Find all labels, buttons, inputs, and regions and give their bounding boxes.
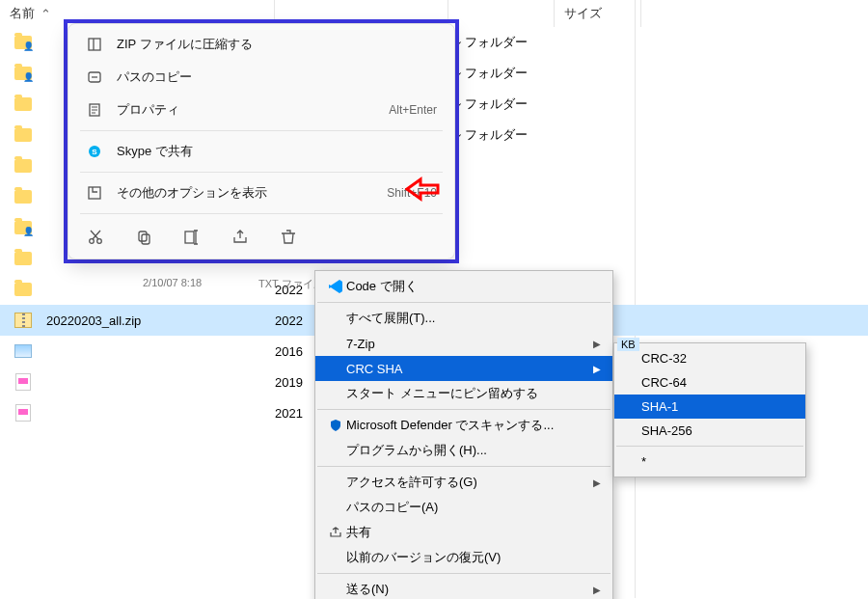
menu-label: 送る(N) bbox=[346, 581, 593, 598]
file-type: ル フォルダー bbox=[448, 95, 555, 113]
file-type: ル フォルダー bbox=[448, 34, 555, 51]
obscured-date-fragment: 2/10/07 8:18 bbox=[143, 277, 202, 288]
menu-label: 共有 bbox=[346, 524, 601, 541]
menu-label: プロパティ bbox=[117, 101, 375, 119]
menu-label: アクセスを許可する(G) bbox=[346, 474, 593, 491]
svg-rect-10 bbox=[185, 231, 194, 243]
selected-size-fragment: KB bbox=[617, 338, 639, 351]
submenu-label: SHA-1 bbox=[641, 399, 678, 414]
share-icon bbox=[325, 526, 346, 539]
file-name: 20220203_all.zip bbox=[46, 313, 275, 328]
menu-label: 7-Zip bbox=[346, 337, 593, 351]
file-icon-cell bbox=[0, 344, 46, 358]
sort-caret-icon: ⌃ bbox=[41, 7, 51, 21]
file-icon bbox=[15, 404, 31, 422]
more-options-icon bbox=[86, 184, 103, 202]
image-file-icon bbox=[14, 344, 32, 358]
folder-icon bbox=[14, 128, 32, 142]
menu-separator bbox=[616, 446, 803, 447]
zip-icon bbox=[86, 36, 103, 53]
highlight-box: ZIP ファイルに圧縮する パスのコピー プロパティ Alt+Enter S S… bbox=[64, 19, 459, 263]
menu-item-properties[interactable]: プロパティ Alt+Enter bbox=[68, 94, 454, 126]
svg-rect-0 bbox=[89, 39, 100, 50]
file-icon-cell bbox=[0, 373, 46, 391]
submenu-arrow-icon: ▶ bbox=[593, 364, 601, 374]
menu-separator bbox=[80, 172, 443, 173]
menu-item-compress-zip[interactable]: ZIP ファイルに圧縮する bbox=[68, 28, 454, 61]
svg-point-7 bbox=[97, 239, 102, 244]
menu-item-copy-path-legacy[interactable]: パスのコピー(A) bbox=[315, 495, 612, 520]
annotation-arrow-icon bbox=[405, 176, 444, 203]
menu-separator bbox=[317, 409, 610, 410]
menu-item-open-with-code[interactable]: Code で開く bbox=[315, 274, 612, 299]
svg-rect-5 bbox=[89, 187, 100, 199]
menu-item-pin-to-start[interactable]: スタート メニューにピン留めする bbox=[315, 381, 612, 406]
submenu-arrow-icon: ▶ bbox=[593, 585, 601, 595]
submenu-label: CRC-64 bbox=[641, 375, 687, 390]
menu-item-send-to[interactable]: 送る(N) ▶ bbox=[315, 577, 612, 599]
submenu-arrow-icon: ▶ bbox=[593, 477, 601, 488]
menu-item-defender-scan[interactable]: Microsoft Defender でスキャンする... bbox=[315, 413, 612, 438]
menu-item-skype-share[interactable]: S Skype で共有 bbox=[68, 135, 454, 168]
menu-item-copy-path[interactable]: パスのコピー bbox=[68, 61, 454, 94]
menu-separator bbox=[80, 213, 443, 214]
file-icon-cell bbox=[0, 36, 46, 49]
share-icon[interactable] bbox=[231, 228, 250, 247]
menu-separator bbox=[317, 573, 610, 574]
rename-icon[interactable] bbox=[182, 228, 202, 247]
menu-label: その他のオプションを表示 bbox=[117, 184, 373, 202]
submenu-item-all[interactable]: * bbox=[614, 449, 805, 474]
menu-item-extract-all[interactable]: すべて展開(T)... bbox=[315, 306, 612, 331]
menu-item-7zip[interactable]: 7-Zip ▶ bbox=[315, 331, 612, 356]
menu-separator bbox=[80, 130, 443, 131]
column-header-size[interactable]: サイズ bbox=[555, 0, 641, 27]
menu-label: パスのコピー bbox=[117, 68, 437, 86]
menu-separator bbox=[317, 466, 610, 467]
file-type: ル フォルダー bbox=[448, 65, 555, 82]
menu-accelerator: Alt+Enter bbox=[389, 103, 437, 117]
menu-toolbar bbox=[68, 218, 454, 255]
svg-rect-8 bbox=[139, 231, 147, 241]
folder-icon bbox=[14, 97, 32, 111]
folder-icon bbox=[14, 159, 32, 173]
submenu-crc-sha: CRC-32 CRC-64 SHA-1 SHA-256 * bbox=[613, 342, 806, 477]
column-header-name-label: 名前 bbox=[10, 5, 35, 22]
folder-icon bbox=[14, 252, 32, 265]
menu-item-crc-sha[interactable]: CRC SHA ▶ bbox=[315, 356, 612, 381]
submenu-label: SHA-256 bbox=[641, 423, 692, 438]
folder-shared-icon bbox=[14, 36, 32, 49]
submenu-arrow-icon: ▶ bbox=[593, 339, 601, 349]
file-icon-cell bbox=[0, 313, 46, 328]
delete-icon[interactable] bbox=[279, 228, 298, 247]
file-icon bbox=[15, 373, 31, 391]
file-icon-cell bbox=[0, 159, 46, 173]
cut-icon[interactable] bbox=[86, 228, 105, 247]
menu-label: パスのコピー(A) bbox=[346, 499, 601, 516]
folder-shared-icon bbox=[14, 221, 32, 234]
submenu-item-crc32[interactable]: CRC-32 bbox=[614, 346, 805, 370]
menu-item-grant-access[interactable]: アクセスを許可する(G) ▶ bbox=[315, 470, 612, 495]
copy-icon[interactable] bbox=[134, 228, 153, 247]
folder-shared-icon bbox=[14, 67, 32, 80]
menu-label: すべて展開(T)... bbox=[346, 310, 601, 327]
submenu-item-sha256[interactable]: SHA-256 bbox=[614, 419, 805, 443]
column-header-type[interactable] bbox=[448, 0, 555, 27]
copy-path-icon bbox=[86, 68, 103, 86]
menu-label: Skype で共有 bbox=[117, 143, 437, 160]
file-icon-cell bbox=[0, 128, 46, 142]
submenu-item-sha1[interactable]: SHA-1 bbox=[614, 395, 805, 419]
menu-item-more-options[interactable]: その他のオプションを表示 Shift+F10 bbox=[68, 177, 454, 209]
menu-item-restore-previous[interactable]: 以前のバージョンの復元(V) bbox=[315, 545, 612, 570]
menu-item-open-with[interactable]: プログラムから開く(H)... bbox=[315, 438, 612, 463]
file-icon-cell bbox=[0, 221, 46, 234]
properties-icon bbox=[86, 101, 103, 119]
submenu-item-crc64[interactable]: CRC-64 bbox=[614, 370, 805, 395]
context-menu-legacy: Code で開く すべて展開(T)... 7-Zip ▶ CRC SHA ▶ ス… bbox=[314, 270, 613, 599]
svg-text:S: S bbox=[92, 148, 97, 156]
menu-label: Code で開く bbox=[346, 278, 601, 295]
submenu-label: * bbox=[641, 454, 646, 469]
context-menu-win11: ZIP ファイルに圧縮する パスのコピー プロパティ Alt+Enter S S… bbox=[68, 23, 455, 259]
file-icon-cell bbox=[0, 404, 46, 422]
menu-item-share[interactable]: 共有 bbox=[315, 520, 612, 545]
svg-point-6 bbox=[90, 239, 95, 244]
